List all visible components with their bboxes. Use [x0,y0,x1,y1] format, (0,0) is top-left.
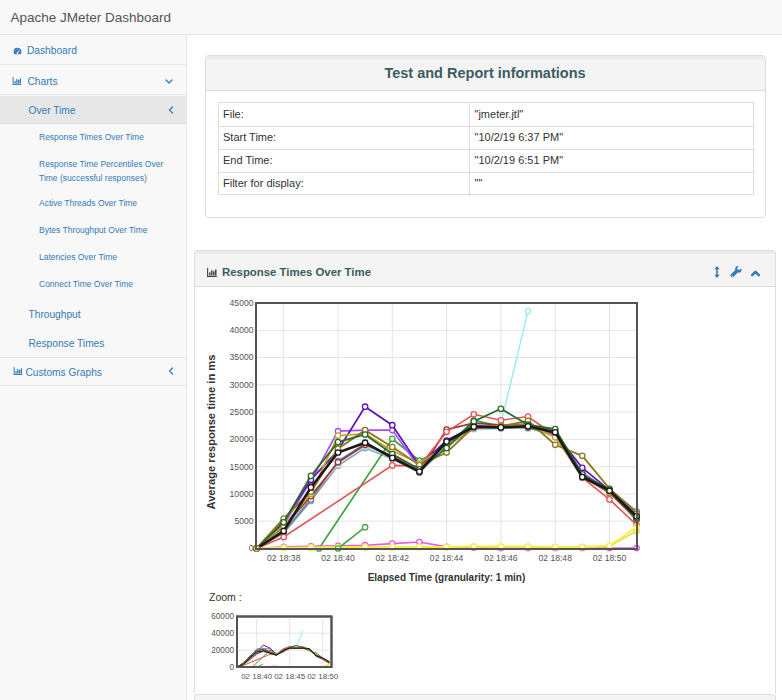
svg-text:40000: 40000 [230,325,254,335]
svg-text:45000: 45000 [230,298,254,308]
svg-text:5000: 5000 [234,516,253,526]
svg-text:02 18:38: 02 18:38 [267,553,301,563]
svg-text:60000: 60000 [211,612,234,621]
svg-text:20000: 20000 [211,646,234,655]
svg-text:30000: 30000 [230,380,254,390]
svg-text:20000: 20000 [230,434,254,444]
svg-text:02 18:45: 02 18:45 [274,672,306,681]
svg-text:Zoom :: Zoom : [209,591,242,603]
svg-text:Elapsed Time (granularity: 1 m: Elapsed Time (granularity: 1 min) [368,572,526,583]
svg-text:02 18:50: 02 18:50 [593,553,627,563]
svg-text:02 18:44: 02 18:44 [430,553,464,563]
svg-text:0: 0 [249,543,254,553]
svg-text:02 18:40: 02 18:40 [321,553,355,563]
svg-text:0: 0 [229,663,234,672]
svg-text:40000: 40000 [211,629,234,638]
svg-text:10000: 10000 [230,489,254,499]
svg-text:35000: 35000 [230,352,254,362]
svg-text:02 18:46: 02 18:46 [484,553,518,563]
svg-text:Average response time in ms: Average response time in ms [205,354,217,509]
svg-text:02 18:48: 02 18:48 [538,553,572,563]
svg-text:15000: 15000 [230,462,254,472]
svg-text:02 18:40: 02 18:40 [241,672,273,681]
svg-text:25000: 25000 [230,407,254,417]
svg-text:02 18:50: 02 18:50 [307,672,339,681]
svg-text:02 18:42: 02 18:42 [376,553,410,563]
